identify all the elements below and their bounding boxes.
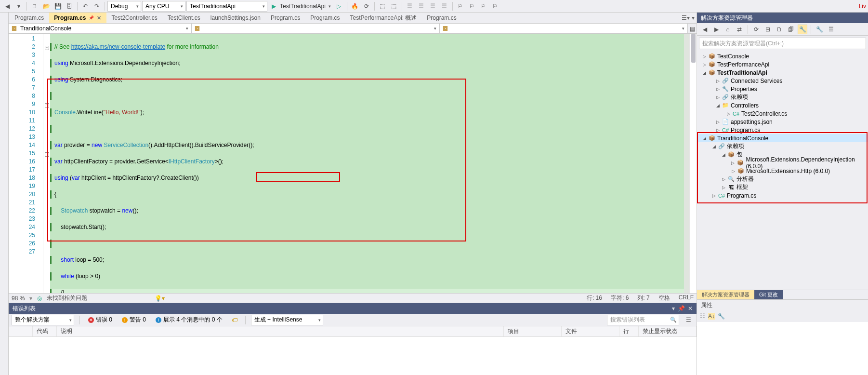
fwd-icon[interactable]: ▶: [711, 25, 721, 34]
error-search[interactable]: 搜索错误列表: [607, 315, 679, 325]
nav-project-combo[interactable]: TranditionalConsole: [9, 24, 192, 33]
wrench-icon[interactable]: 🔧: [815, 25, 824, 34]
tab-overflow-icon[interactable]: ☰▾: [682, 14, 690, 21]
scope-combo[interactable]: 整个解决方案: [12, 315, 74, 325]
nav-member-combo[interactable]: [440, 24, 688, 33]
refresh-icon[interactable]: ⟳: [361, 1, 372, 12]
tree-node[interactable]: ◢🔗依赖项: [697, 142, 868, 150]
file-tab-selected[interactable]: Program.cs📌✕: [49, 13, 106, 23]
step2-icon[interactable]: ⬚: [389, 1, 399, 12]
redo-icon[interactable]: ↷: [92, 1, 102, 12]
link-template[interactable]: https://aka.ms/new-console-template: [71, 43, 165, 50]
file-tab[interactable]: TestClient.cs: [163, 13, 206, 23]
split-icon[interactable]: ▤: [688, 24, 697, 34]
collapse-icon[interactable]: ⊟: [763, 25, 773, 34]
lightbulb-icon[interactable]: 💡▾: [155, 295, 165, 302]
tree-node[interactable]: ▷C#Test2Controller.cs: [697, 109, 868, 118]
cat-icon[interactable]: ☷: [700, 313, 705, 320]
fold-icon[interactable]: −: [45, 152, 49, 157]
refresh-icon[interactable]: ⟳: [751, 25, 761, 34]
clear-search-icon[interactable]: ☰: [683, 315, 694, 325]
preview-icon[interactable]: ☰: [826, 25, 836, 34]
zoom-level[interactable]: 98 %: [12, 295, 25, 302]
nav-fwd-icon[interactable]: ▾: [13, 1, 24, 12]
tab-menu-icon[interactable]: ▾: [692, 14, 695, 21]
nav-type-combo[interactable]: [192, 24, 440, 33]
col-file[interactable]: 文件: [562, 326, 619, 336]
fold-icon[interactable]: −: [45, 103, 49, 107]
undo-icon[interactable]: ↶: [80, 1, 91, 12]
bookmark3-icon[interactable]: ⚐: [478, 1, 489, 12]
col-code[interactable]: 代码: [33, 326, 57, 336]
bookmark4-icon[interactable]: ⚐: [490, 1, 500, 12]
vertical-scrollbar[interactable]: [690, 34, 697, 293]
save-icon[interactable]: 💾: [53, 1, 63, 12]
copy-icon[interactable]: 🗐: [786, 25, 796, 34]
tab-solution-explorer[interactable]: 解决方案资源管理器: [697, 290, 754, 299]
startup-combo[interactable]: TestTraditionalApi: [186, 1, 267, 12]
build-filter-icon[interactable]: 🏷: [229, 315, 240, 325]
code-editor[interactable]: 1234567891011121314151617181920212223242…: [9, 34, 697, 293]
file-tab[interactable]: Test2Controller.cs: [106, 13, 162, 23]
file-tab[interactable]: TestPerformanceApi: 概述: [345, 13, 422, 23]
tree-node[interactable]: ◢📦TestTraditionalApi: [697, 68, 868, 77]
config-combo[interactable]: Debug: [107, 1, 141, 12]
nav-back-icon[interactable]: ◀: [2, 1, 13, 12]
tree-node[interactable]: ▷🏗框架: [697, 183, 868, 191]
file-tab[interactable]: Program.cs: [305, 13, 345, 23]
tab-git-changes[interactable]: Git 更改: [754, 290, 783, 299]
tree-node[interactable]: ▷📄appsettings.json: [697, 118, 868, 126]
tree-node[interactable]: ▷📦TestPerformanceApi: [697, 60, 868, 68]
fold-icon[interactable]: −: [45, 46, 49, 50]
file-tab[interactable]: Program.cs: [266, 13, 305, 23]
open-icon[interactable]: 📂: [41, 1, 52, 12]
bookmark-icon[interactable]: ⚐: [455, 1, 466, 12]
build-combo[interactable]: 生成 + IntelliSense: [251, 315, 323, 325]
hot-reload-icon[interactable]: 🔥: [350, 1, 360, 12]
tree-node[interactable]: ▷C#Program.cs: [697, 191, 868, 200]
comment-icon[interactable]: ☰: [428, 1, 438, 12]
tree-node[interactable]: ▷📦TestConsole: [697, 52, 868, 60]
uncomment-icon[interactable]: ☰: [439, 1, 450, 12]
col-desc[interactable]: 说明: [57, 326, 504, 336]
indent-icon[interactable]: ☰: [405, 1, 415, 12]
start-debug-icon[interactable]: ▶: [268, 1, 279, 12]
platform-combo[interactable]: Any CPU: [142, 1, 185, 12]
solution-tree[interactable]: ▷📦TestConsole ▷📦TestPerformanceApi ◢📦Tes…: [697, 51, 868, 290]
messages-filter[interactable]: i展示 4 个消息中的 0 个: [153, 315, 225, 325]
autohide-icon[interactable]: ▾: [672, 305, 675, 312]
tree-node[interactable]: ▷🔗Connected Services: [697, 77, 868, 85]
bookmark2-icon[interactable]: ⚐: [467, 1, 477, 12]
outdent-icon[interactable]: ☰: [416, 1, 427, 12]
col-line[interactable]: 行: [619, 326, 639, 336]
file-tab[interactable]: launchSettings.json: [206, 13, 266, 23]
tree-node[interactable]: ▷📦Microsoft.Extensions.DependencyInjecti…: [697, 159, 868, 167]
back-icon[interactable]: ◀: [700, 25, 710, 34]
eol-mode[interactable]: CRLF: [679, 294, 694, 302]
showall-icon[interactable]: 🗋: [775, 25, 784, 34]
close-icon[interactable]: ✕: [97, 15, 101, 21]
errors-filter[interactable]: ✕错误 0: [85, 315, 115, 325]
tree-node[interactable]: ◢📁Controllers: [697, 101, 868, 109]
new-icon[interactable]: 🗋: [29, 1, 40, 12]
wrench-icon[interactable]: 🔧: [718, 313, 725, 320]
file-tab[interactable]: Program.cs: [10, 13, 49, 23]
sync-icon[interactable]: ⇄: [735, 25, 744, 34]
minimap[interactable]: [684, 34, 690, 293]
save-all-icon[interactable]: 🗄: [64, 1, 75, 12]
pin-icon[interactable]: 📌: [89, 15, 94, 20]
error-grid[interactable]: 代码 说明 项目 文件 行 禁止显示状态: [9, 326, 697, 375]
start-nodebug-icon[interactable]: ▷: [334, 1, 344, 12]
tree-node[interactable]: ▷C#Program.cs: [697, 126, 868, 134]
close-icon[interactable]: ✕: [688, 305, 693, 312]
tree-node[interactable]: ▷🔗依赖项: [697, 93, 868, 101]
col-suppress[interactable]: 禁止显示状态: [639, 326, 697, 336]
file-tab[interactable]: Program.cs: [422, 13, 461, 23]
home-icon[interactable]: ⌂: [723, 25, 733, 34]
warnings-filter[interactable]: !警告 0: [119, 315, 149, 325]
col-project[interactable]: 项目: [504, 326, 562, 336]
az-icon[interactable]: A↓: [708, 313, 715, 320]
code-body[interactable]: // See https://aka.ms/new-console-templa…: [50, 34, 684, 293]
indent-mode[interactable]: 空格: [658, 294, 670, 302]
step-icon[interactable]: ⬚: [377, 1, 388, 12]
